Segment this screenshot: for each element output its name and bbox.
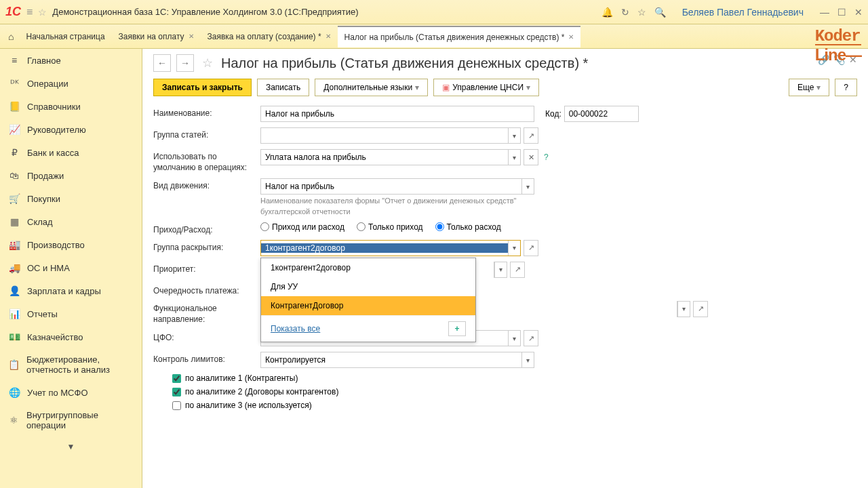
disclosure-label: Группа раскрытия:	[153, 240, 260, 252]
sidebar-item-budgeting[interactable]: 📋Бюджетирование, отчетность и анализ	[0, 348, 142, 381]
languages-button[interactable]: Дополнительные языки	[315, 79, 428, 96]
sidebar-item-warehouse[interactable]: ▦Склад	[0, 210, 142, 233]
favorite-icon[interactable]: ☆	[637, 7, 646, 18]
analytics-3[interactable]: по аналитике 3 (не используется)	[172, 401, 857, 410]
sidebar-item-operations[interactable]: ᴰᴷОперации	[0, 72, 142, 95]
movement-select[interactable]: Налог на прибыль▾	[260, 178, 534, 195]
nav-back[interactable]: ←	[153, 54, 171, 72]
clear-button[interactable]: ✕	[524, 149, 538, 165]
bell-icon[interactable]: 🔔	[601, 7, 613, 18]
name-input[interactable]	[260, 106, 534, 122]
save-close-button[interactable]: Записать и закрыть	[153, 79, 252, 96]
close-icon[interactable]: ✕	[568, 33, 574, 41]
open-ref-button[interactable]: ↗	[693, 301, 708, 317]
help-button[interactable]: ?	[835, 79, 857, 96]
cart-icon: 🛒	[8, 193, 20, 204]
tab-request-create[interactable]: Заявка на оплату (создание) *✕	[201, 26, 338, 47]
movement-label: Вид движения:	[153, 178, 260, 190]
code-label: Код:	[545, 109, 561, 119]
chevron-down-icon[interactable]: ▾	[521, 352, 534, 367]
sidebar-item-intragroup[interactable]: ⚛Внутригрупповые операции	[0, 404, 142, 436]
user-name[interactable]: Беляев Павел Геннадьевич	[682, 7, 804, 18]
chevron-down-icon[interactable]: ▾	[508, 128, 520, 143]
globe-icon: 🌐	[8, 387, 20, 398]
close-icon[interactable]: ✕	[189, 33, 194, 40]
sidebar-item-treasury[interactable]: 💵Казначейство	[0, 325, 142, 348]
priority-label: Приоритет:	[153, 262, 260, 274]
name-label: Наименование:	[153, 106, 260, 118]
radio-expense[interactable]: Только расход	[435, 222, 501, 232]
favorite-toggle[interactable]: ☆	[202, 56, 213, 70]
open-ref-button[interactable]: ↗	[510, 262, 525, 278]
star-icon[interactable]: ☆	[38, 7, 47, 18]
save-button[interactable]: Записать	[257, 79, 309, 96]
sidebar-item-sales[interactable]: 🛍Продажи	[0, 164, 142, 187]
group-label: Группа статей:	[153, 127, 260, 140]
dropdown-item[interactable]: 1контрагент2договор	[261, 258, 475, 277]
code-input[interactable]	[564, 106, 639, 122]
nav-forward[interactable]: →	[176, 54, 194, 72]
tab-profit-tax[interactable]: Налог на прибыль (Статья движения денежн…	[338, 26, 581, 47]
search-icon[interactable]: 🔍	[654, 7, 666, 18]
page-title: Налог на прибыль (Статья движения денежн…	[221, 56, 588, 71]
person-icon: 👤	[8, 285, 20, 296]
home-icon[interactable]: ⌂	[3, 31, 19, 42]
sidebar-item-purchases[interactable]: 🛒Покупки	[0, 187, 142, 210]
dropdown-item[interactable]: Для УУ	[261, 277, 475, 296]
sidebar-item-hr[interactable]: 👤Зарплата и кадры	[0, 279, 142, 302]
disclosure-select[interactable]: 1контрагент2договор▾	[260, 240, 521, 256]
sidebar-item-production[interactable]: 🏭Производство	[0, 233, 142, 256]
group-select[interactable]: ▾	[260, 127, 521, 144]
usage-select[interactable]: Уплата налога на прибыль▾	[260, 149, 521, 165]
open-ref-button[interactable]: ↗	[524, 127, 538, 144]
close-icon[interactable]: ✕	[326, 33, 331, 40]
book-icon: 📒	[8, 101, 20, 112]
tab-home[interactable]: Начальная страница	[19, 26, 111, 47]
chevron-down-icon[interactable]: ▾	[521, 179, 534, 194]
limit-select[interactable]: Контролируется▾	[260, 352, 534, 368]
history-icon[interactable]: ↻	[621, 7, 629, 18]
open-ref-button[interactable]: ↗	[524, 330, 538, 346]
limit-label: Контроль лимитов:	[153, 352, 260, 364]
chevron-down-icon[interactable]: ▾	[508, 150, 520, 165]
radio-income[interactable]: Только приход	[357, 222, 423, 232]
open-ref-button[interactable]: ↗	[524, 240, 538, 256]
usage-label: Использовать по умолчанию в операциях:	[153, 149, 260, 173]
sidebar-item-main[interactable]: ≡Главное	[0, 49, 142, 72]
chevron-down-icon: ▾	[494, 262, 507, 277]
titlebar: 1С ≡ ☆ Демонстрационная база 1С: Управле…	[0, 0, 868, 24]
maximize-icon[interactable]: ☐	[837, 7, 846, 18]
content: ← → ☆ Налог на прибыль (Статья движения …	[142, 49, 868, 488]
dropdown-item[interactable]: КонтрагентДоговор	[261, 296, 475, 315]
app-logo: 1С	[5, 5, 21, 19]
analytics-1[interactable]: по аналитике 1 (Контрагенты)	[172, 373, 857, 383]
cnsi-button[interactable]: ▣ Управление ЦНСИ	[433, 79, 539, 96]
brand-watermark: KoderLine—	[815, 27, 861, 65]
sidebar-item-ifrs[interactable]: 🌐Учет по МСФО	[0, 381, 142, 404]
sidebar-item-manager[interactable]: 📈Руководителю	[0, 118, 142, 141]
chevron-down-icon[interactable]: ▾	[508, 241, 520, 256]
analytics-2[interactable]: по аналитике 2 (Договоры контрагентов)	[172, 387, 857, 396]
radio-both[interactable]: Приход или расход	[260, 222, 344, 232]
flow-label: Приход/Расход:	[153, 222, 260, 235]
cash-icon: 💵	[8, 331, 20, 342]
chevron-down-icon[interactable]: ▾	[508, 331, 520, 346]
close-icon[interactable]: ✕	[854, 7, 863, 18]
ruble-icon: ₽	[8, 147, 20, 158]
show-all-link[interactable]: Показать все	[271, 324, 320, 333]
more-button[interactable]: Еще	[789, 79, 829, 96]
menu-icon[interactable]: ≡	[26, 6, 33, 18]
sidebar-item-reports[interactable]: 📊Отчеты	[0, 302, 142, 325]
add-button[interactable]: +	[448, 321, 466, 336]
cfo-label: ЦФО:	[153, 330, 260, 342]
help-icon[interactable]: ?	[544, 152, 549, 162]
minimize-icon[interactable]: —	[820, 7, 829, 18]
tab-requests[interactable]: Заявки на оплату✕	[112, 26, 201, 47]
tabbar: ⌂ Начальная страница Заявки на оплату✕ З…	[0, 24, 868, 49]
sidebar-item-assets[interactable]: 🚚ОС и НМА	[0, 256, 142, 279]
sidebar-item-references[interactable]: 📒Справочники	[0, 95, 142, 118]
payment-order-label: Очередность платежа:	[153, 283, 260, 296]
sidebar-item-bank[interactable]: ₽Банк и касса	[0, 141, 142, 164]
sidebar-more[interactable]: ▼	[0, 436, 142, 457]
truck-icon: 🚚	[8, 262, 20, 273]
